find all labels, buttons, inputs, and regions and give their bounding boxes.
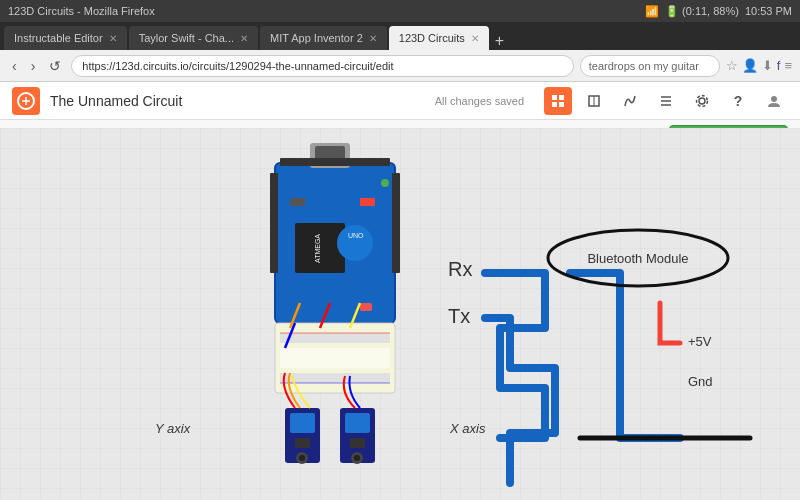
tab-instructable[interactable]: Instructable Editor ✕ — [4, 26, 127, 50]
list-view-button[interactable] — [652, 87, 680, 115]
tab-mit[interactable]: MIT App Inventor 2 ✕ — [260, 26, 387, 50]
facebook-icon[interactable]: f — [777, 58, 781, 73]
svg-rect-35 — [280, 333, 390, 343]
help-button[interactable]: ? — [724, 87, 752, 115]
svg-point-10 — [699, 98, 705, 104]
browser-addressbar: ‹ › ↺ https://123d.circuits.io/circuits/… — [0, 50, 800, 82]
back-button[interactable]: ‹ — [8, 56, 21, 76]
app-toolbar: The Unnamed Circuit All changes saved ? — [0, 82, 800, 120]
arduino-board: ATMEGA UNO — [270, 143, 400, 323]
browser-tabs: Instructable Editor ✕ Taylor Swift - Cha… — [0, 22, 800, 50]
svg-text:Bluetooth Module: Bluetooth Module — [587, 251, 688, 266]
forward-button[interactable]: › — [27, 56, 40, 76]
app-title: The Unnamed Circuit — [50, 93, 435, 109]
more-icon[interactable]: ≡ — [784, 58, 792, 73]
servo-left — [285, 408, 320, 464]
svg-rect-50 — [345, 413, 370, 433]
svg-text:Rx: Rx — [448, 258, 472, 280]
app-logo — [12, 87, 40, 115]
svg-point-25 — [337, 225, 373, 261]
svg-text:X axis: X axis — [449, 421, 486, 436]
new-tab-button[interactable]: + — [495, 32, 504, 50]
circuit-svg: ATMEGA UNO — [0, 128, 800, 500]
bookmark-icon[interactable]: ☆ — [726, 58, 738, 73]
browser-toolbar-icons: ☆ 👤 ⬇ f ≡ — [726, 58, 792, 73]
user-button[interactable] — [760, 87, 788, 115]
svg-rect-1 — [552, 95, 557, 100]
svg-rect-46 — [295, 438, 310, 448]
svg-rect-3 — [552, 102, 557, 107]
svg-rect-30 — [290, 198, 305, 206]
tab-123d[interactable]: 123D Circuits ✕ — [389, 26, 489, 50]
account-icon[interactable]: 👤 — [742, 58, 758, 73]
refresh-button[interactable]: ↺ — [45, 56, 65, 76]
svg-rect-27 — [280, 158, 390, 166]
browser-title: 123D Circuits - Mozilla Firefox — [8, 5, 155, 17]
svg-rect-33 — [360, 303, 372, 311]
clock: 10:53 PM — [745, 5, 792, 17]
url-bar[interactable]: https://123d.circuits.io/circuits/129029… — [71, 55, 573, 77]
svg-rect-36 — [280, 373, 390, 383]
tab-close-instructable[interactable]: ✕ — [109, 33, 117, 44]
svg-rect-28 — [270, 173, 278, 273]
auto-save-status: All changes saved — [435, 95, 524, 107]
tab-close-taylor[interactable]: ✕ — [240, 33, 248, 44]
tab-close-123d[interactable]: ✕ — [471, 33, 479, 44]
url-text: https://123d.circuits.io/circuits/129029… — [82, 60, 393, 72]
svg-rect-51 — [350, 438, 365, 448]
svg-text:UNO: UNO — [348, 232, 364, 239]
svg-text:Y axix: Y axix — [155, 421, 191, 436]
search-text: teardrops on my guitar — [589, 60, 699, 72]
search-bar[interactable]: teardrops on my guitar — [580, 55, 720, 77]
svg-text:Tx: Tx — [448, 305, 470, 327]
svg-point-12 — [771, 96, 777, 102]
svg-rect-29 — [392, 173, 400, 273]
servo-right — [340, 408, 375, 464]
svg-rect-31 — [360, 198, 375, 206]
svg-point-32 — [381, 179, 389, 187]
canvas-area[interactable]: ATMEGA UNO — [0, 128, 800, 500]
svg-rect-2 — [559, 95, 564, 100]
app-toolbar-right: ? — [544, 87, 788, 115]
battery-status: 🔋 (0:11, 88%) — [665, 5, 739, 18]
browser-titlebar: 123D Circuits - Mozilla Firefox 📶 🔋 (0:1… — [0, 0, 800, 22]
tab-taylor[interactable]: Taylor Swift - Cha... ✕ — [129, 26, 258, 50]
svg-point-11 — [697, 95, 708, 106]
svg-text:Gnd: Gnd — [688, 374, 713, 389]
download-icon[interactable]: ⬇ — [762, 58, 773, 73]
svg-point-53 — [354, 455, 360, 461]
tab-close-mit[interactable]: ✕ — [369, 33, 377, 44]
svg-text:+5V: +5V — [688, 334, 712, 349]
component-view-button[interactable] — [580, 87, 608, 115]
wifi-status: 📶 — [645, 5, 659, 18]
svg-point-48 — [299, 455, 305, 461]
svg-rect-4 — [559, 102, 564, 107]
wire-view-button[interactable] — [616, 87, 644, 115]
svg-rect-37 — [280, 348, 390, 368]
settings-button[interactable] — [688, 87, 716, 115]
svg-text:ATMEGA: ATMEGA — [314, 234, 321, 263]
svg-rect-45 — [290, 413, 315, 433]
grid-view-button[interactable] — [544, 87, 572, 115]
